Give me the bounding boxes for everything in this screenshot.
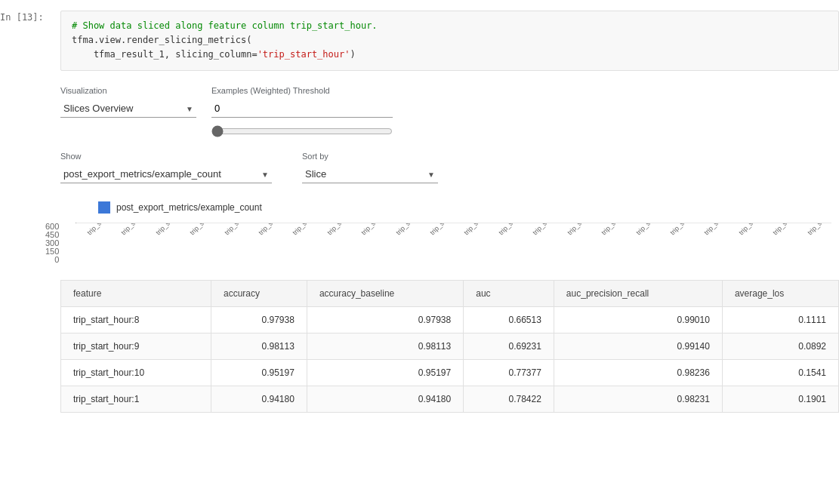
table-row: trip_start_hour:90.981130.981130.692310.…: [61, 333, 839, 359]
data-table: feature accuracy accuracy_baseline auc a…: [60, 280, 839, 413]
threshold-label: Examples (Weighted) Threshold: [211, 86, 393, 95]
table-cell-3-3: 0.78422: [464, 386, 554, 412]
visualization-label: Visualization: [60, 86, 196, 95]
code-fn-1: tfma.view.render_slicing_metrics(: [72, 35, 251, 45]
table-body: trip_start_hour:80.979380.979380.665130.…: [61, 306, 839, 412]
table-cell-2-0: trip_start_hour:10: [61, 359, 211, 386]
table-cell-3-2: 0.94180: [307, 386, 463, 412]
col-average-loss: average_los: [722, 280, 838, 306]
table-cell-3-4: 0.98231: [554, 386, 722, 412]
controls-row2: Show post_export_metrics/example_count a…: [60, 152, 839, 183]
cell-output: Visualization Slices Overview Metrics Hi…: [60, 74, 839, 425]
show-control-group: Show post_export_metrics/example_count a…: [60, 152, 272, 183]
table-cell-2-5: 0.1541: [722, 359, 838, 386]
show-select[interactable]: post_export_metrics/example_count accura…: [60, 165, 272, 183]
cell-label: In [13]:: [0, 11, 60, 23]
table-cell-0-1: 0.97938: [211, 306, 307, 333]
code-comment: # Show data sliced along feature column …: [72, 20, 378, 31]
sortby-dropdown-wrapper[interactable]: Slice Value ▼: [302, 165, 438, 183]
code-fn-2: tfma_result_1, slicing_column='trip_star…: [72, 49, 356, 60]
sortby-control-group: Sort by Slice Value ▼: [302, 152, 438, 183]
sortby-label: Sort by: [302, 152, 438, 161]
sortby-select[interactable]: Slice Value: [302, 165, 438, 183]
table-cell-3-0: trip_start_hour:1: [61, 386, 211, 412]
col-auc: auc: [464, 280, 554, 306]
chart-inner: trip_s...trip_s...trip_s...trip_s...trip…: [76, 223, 831, 265]
table-cell-1-0: trip_start_hour:9: [61, 333, 211, 359]
table-cell-2-2: 0.95197: [307, 359, 463, 386]
visualization-dropdown-wrapper[interactable]: Slices Overview Metrics Histogram ▼: [60, 100, 196, 118]
visualization-select[interactable]: Slices Overview Metrics Histogram: [60, 100, 196, 118]
visualization-control-group: Visualization Slices Overview Metrics Hi…: [60, 86, 196, 140]
table-cell-3-5: 0.1901: [722, 386, 838, 412]
chart-y-axis: 600 450 300 150 0: [45, 223, 59, 265]
chart-legend: post_export_metrics/example_count: [98, 201, 831, 214]
cell-code: # Show data sliced along feature column …: [60, 11, 839, 71]
table-container: feature accuracy accuracy_baseline auc a…: [60, 280, 839, 413]
col-accuracy-baseline: accuracy_baseline: [307, 280, 463, 306]
col-accuracy: accuracy: [211, 280, 307, 306]
y-label-450: 450: [45, 231, 59, 239]
cell-input: In [13]: # Show data sliced along featur…: [0, 8, 839, 74]
y-label-300: 300: [45, 239, 59, 247]
controls-area: Visualization Slices Overview Metrics Hi…: [60, 86, 839, 140]
table-cell-3-1: 0.94180: [211, 386, 307, 412]
table-cell-0-4: 0.99010: [554, 306, 722, 333]
table-cell-0-3: 0.66513: [464, 306, 554, 333]
legend-label: post_export_metrics/example_count: [116, 202, 262, 213]
table-cell-1-4: 0.99140: [554, 333, 722, 359]
table-cell-0-0: trip_start_hour:8: [61, 306, 211, 333]
table-cell-1-1: 0.98113: [211, 333, 307, 359]
notebook-cell: In [13]: # Show data sliced along featur…: [0, 0, 839, 432]
threshold-input[interactable]: [211, 100, 393, 118]
table-cell-1-5: 0.0892: [722, 333, 838, 359]
table-cell-2-1: 0.95197: [211, 359, 307, 386]
threshold-control-group: Examples (Weighted) Threshold: [211, 86, 393, 140]
threshold-slider[interactable]: [211, 125, 393, 137]
slider-wrapper: [211, 125, 393, 140]
table-cell-2-4: 0.98236: [554, 359, 722, 386]
chart-area: post_export_metrics/example_count 600 45…: [60, 201, 839, 265]
legend-color-box: [98, 201, 110, 214]
x-labels: trip_s...trip_s...trip_s...trip_s...trip…: [76, 223, 831, 265]
table-cell-2-3: 0.77377: [464, 359, 554, 386]
table-head: feature accuracy accuracy_baseline auc a…: [61, 280, 839, 306]
table-cell-0-2: 0.97938: [307, 306, 463, 333]
col-feature: feature: [61, 280, 211, 306]
y-label-150: 150: [45, 247, 59, 256]
y-label-0: 0: [45, 256, 59, 264]
table-cell-0-5: 0.1111: [722, 306, 838, 333]
show-dropdown-wrapper[interactable]: post_export_metrics/example_count accura…: [60, 165, 272, 183]
col-auc-precision-recall: auc_precision_recall: [554, 280, 722, 306]
table-row: trip_start_hour:10.941800.941800.784220.…: [61, 386, 839, 412]
table-row: trip_start_hour:80.979380.979380.665130.…: [61, 306, 839, 333]
y-label-600: 600: [45, 223, 59, 231]
show-label: Show: [60, 152, 272, 161]
table-header-row: feature accuracy accuracy_baseline auc a…: [61, 280, 839, 306]
table-cell-1-2: 0.98113: [307, 333, 463, 359]
table-cell-1-3: 0.69231: [464, 333, 554, 359]
table-row: trip_start_hour:100.951970.951970.773770…: [61, 359, 839, 386]
